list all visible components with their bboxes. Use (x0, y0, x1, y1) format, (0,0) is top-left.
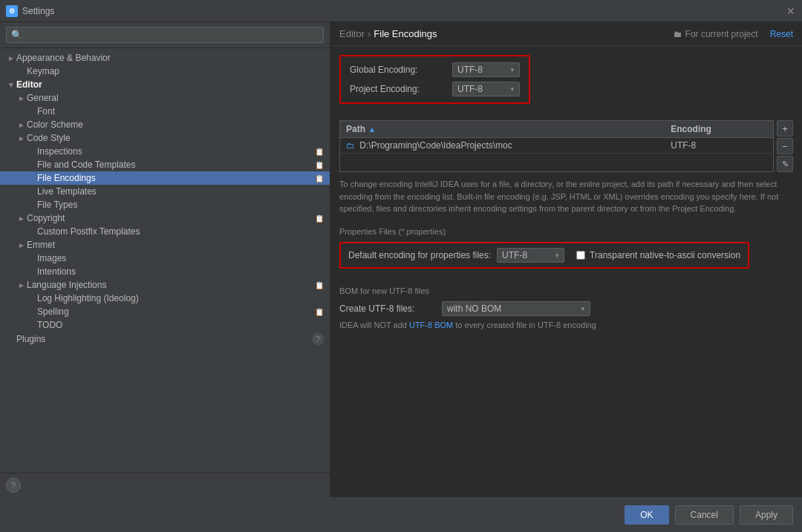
sidebar-item-label: Font (37, 106, 324, 116)
reset-button[interactable]: Reset (770, 29, 793, 39)
properties-section-title: Properties Files (*.properties) (339, 224, 793, 236)
arrow-icon: ► (16, 133, 27, 143)
bom-section-title: BOM for new UTF-8 files (339, 283, 793, 295)
sidebar-item-label: Custom Postfix Templates (37, 226, 324, 237)
create-utf8-label: Create UTF-8 files: (339, 303, 436, 314)
path-encoding-table: Path ▲ Encoding � (340, 121, 773, 154)
sidebar-item-editor[interactable]: ▼ Editor (0, 78, 330, 91)
add-row-button[interactable]: + (777, 120, 793, 137)
properties-encoding-box: Default encoding for properties files: U… (339, 242, 749, 269)
apply-button[interactable]: Apply (740, 505, 793, 525)
global-encoding-select-wrapper: UTF-8 UTF-16 ISO-8859-1 (452, 62, 520, 77)
sidebar-item-file-types[interactable]: ► File Types (0, 198, 330, 211)
sidebar-item-keymap[interactable]: ► Keymap (0, 65, 330, 78)
badge-icon: 📋 (315, 281, 324, 289)
sidebar-item-appearance[interactable]: ► Appearance & Behavior (0, 51, 330, 65)
dialog-body: ► Appearance & Behavior ► Keymap ▼ Edito… (0, 22, 802, 532)
path-table-wrap: Path ▲ Encoding � (339, 120, 774, 172)
sidebar-item-live-templates[interactable]: ► Live Templates (0, 185, 330, 198)
sidebar-item-label: Color Scheme (27, 119, 324, 130)
sidebar-item-inspections[interactable]: ► Inspections 📋 (0, 145, 330, 158)
sidebar-item-copyright[interactable]: ► Copyright 📋 (0, 211, 330, 225)
badge-icon: 📋 (315, 214, 324, 223)
table-actions: + − ✎ (777, 120, 793, 172)
sidebar-item-intentions[interactable]: ► Intentions (0, 265, 330, 278)
sidebar-item-label: General (27, 93, 324, 103)
arrow-icon: ▼ (6, 79, 16, 90)
sidebar-item-label: Copyright (27, 213, 315, 223)
arrow-icon: ► (6, 53, 16, 63)
sidebar-item-log-highlighting[interactable]: ► Log Highlighting (Ideolog) (0, 292, 330, 305)
default-encoding-label: Default encoding for properties files: (348, 250, 491, 260)
sidebar-item-file-code-templates[interactable]: ► File and Code Templates 📋 (0, 158, 330, 171)
transparent-label: Transparent native-to-ascii conversion (590, 250, 740, 260)
panel-header: Editor › File Encodings 🖿 For current pr… (330, 22, 802, 46)
arrow-icon: ► (16, 213, 27, 223)
properties-section: Properties Files (*.properties) Default … (339, 224, 793, 276)
close-button[interactable]: ✕ (786, 6, 796, 16)
folder-icon: 🖿 (674, 29, 682, 39)
sidebar-item-label: Keymap (27, 66, 324, 76)
sidebar-item-label: Images (37, 253, 324, 263)
arrow-icon: ► (16, 119, 27, 130)
sidebar-item-emmet[interactable]: ► Emmet (0, 238, 330, 252)
sidebar-item-label: File Encodings (37, 173, 315, 183)
sidebar-item-label: Inspections (37, 146, 315, 157)
properties-encoding-select[interactable]: UTF-8 UTF-16 ISO-8859-1 (497, 248, 564, 263)
sidebar-item-label: Plugins (16, 334, 312, 344)
sidebar-item-general[interactable]: ► General (0, 91, 330, 105)
search-input[interactable] (6, 27, 324, 43)
sidebar-item-spelling[interactable]: ► Spelling 📋 (0, 305, 330, 318)
sidebar-item-label: Appearance & Behavior (16, 53, 324, 63)
help-button[interactable]: ? (6, 478, 21, 493)
global-encoding-select[interactable]: UTF-8 UTF-16 ISO-8859-1 (452, 62, 520, 77)
remove-row-button[interactable]: − (777, 138, 793, 154)
sidebar-item-language-injections[interactable]: ► Language Injections 📋 (0, 278, 330, 292)
sidebar-item-color-scheme[interactable]: ► Color Scheme (0, 118, 330, 131)
breadcrumb-separator: › (368, 28, 371, 39)
sidebar-item-label: Editor (16, 79, 324, 90)
info-text: To change encoding IntelliJ IDEA uses fo… (339, 178, 793, 215)
sidebar-item-label: Live Templates (37, 186, 324, 197)
sidebar-item-file-encodings[interactable]: ► File Encodings 📋 (0, 171, 330, 185)
cancel-button[interactable]: Cancel (675, 505, 734, 525)
sidebar-bottom: ? (0, 473, 330, 497)
path-table-container: Path ▲ Encoding � (339, 120, 793, 172)
badge-icon: 📋 (315, 161, 324, 169)
table-row[interactable]: 🗀 D:\Programing\Code\IdeaProjects\moc UT… (340, 138, 773, 154)
content-area: ► Appearance & Behavior ► Keymap ▼ Edito… (0, 22, 802, 497)
encoding-cell: UTF-8 (665, 138, 773, 154)
bom-select[interactable]: with NO BOM with BOM (442, 301, 590, 316)
sidebar-item-todo[interactable]: ► TODO (0, 318, 330, 332)
path-column-header[interactable]: Path ▲ (340, 121, 665, 138)
edit-row-button[interactable]: ✎ (777, 156, 793, 172)
badge-icon: ? (312, 333, 324, 345)
sidebar-item-label: Intentions (37, 266, 324, 277)
sidebar-item-code-style[interactable]: ► Code Style (0, 131, 330, 145)
transparent-checkbox[interactable] (576, 251, 585, 260)
bom-section: BOM for new UTF-8 files Create UTF-8 fil… (339, 283, 793, 329)
sidebar-item-label: File Types (37, 200, 324, 210)
badge-icon: 📋 (315, 308, 324, 316)
project-encoding-select[interactable]: UTF-8 UTF-16 ISO-8859-1 (452, 82, 520, 96)
sidebar-item-label: TODO (37, 320, 324, 330)
project-encoding-label: Project Encoding: (350, 84, 446, 94)
global-encoding-row: Global Encoding: UTF-8 UTF-16 ISO-8859-1 (350, 62, 520, 77)
bom-note: IDEA will NOT add UTF-8 BOM to every cre… (339, 321, 793, 329)
bom-row: Create UTF-8 files: with NO BOM with BOM (339, 301, 793, 316)
settings-tree: ► Appearance & Behavior ► Keymap ▼ Edito… (0, 48, 330, 473)
encoding-column-header[interactable]: Encoding (665, 121, 773, 138)
ok-button[interactable]: OK (625, 505, 668, 525)
project-encoding-row: Project Encoding: UTF-8 UTF-16 ISO-8859-… (350, 82, 520, 96)
sidebar-item-label: Log Highlighting (Ideolog) (37, 293, 324, 303)
arrow-icon: ► (16, 93, 27, 103)
bom-select-wrapper: with NO BOM with BOM (442, 301, 590, 316)
sidebar-item-custom-postfix[interactable]: ► Custom Postfix Templates (0, 225, 330, 238)
sidebar-item-font[interactable]: ► Font (0, 105, 330, 118)
sidebar-item-label: Spelling (37, 306, 315, 317)
search-box (0, 22, 330, 48)
sidebar-item-images[interactable]: ► Images (0, 252, 330, 265)
project-encoding-select-wrapper: UTF-8 UTF-16 ISO-8859-1 (452, 82, 520, 96)
sidebar-item-plugins[interactable]: ► Plugins ? (0, 332, 330, 347)
panel-content: Global Encoding: UTF-8 UTF-16 ISO-8859-1… (330, 46, 802, 497)
